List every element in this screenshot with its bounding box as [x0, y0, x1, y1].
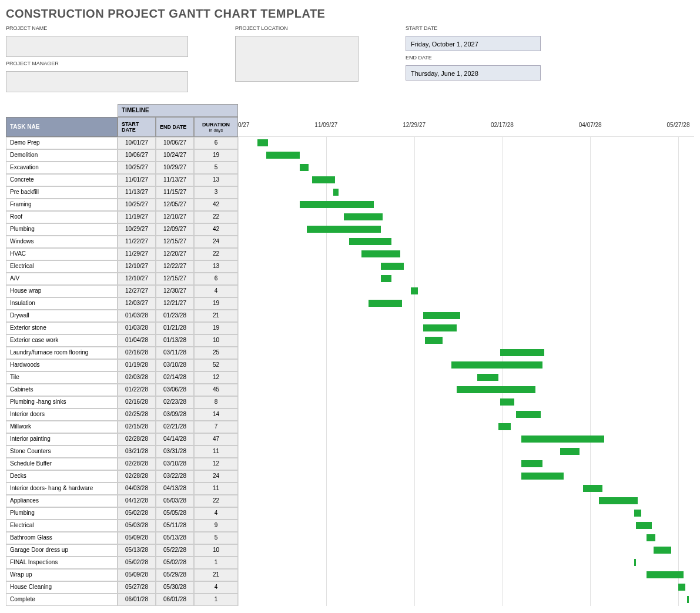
task-duration-cell: 21 — [194, 569, 238, 581]
gantt-bar — [300, 164, 309, 171]
task-start-cell: 11/22/27 — [118, 236, 156, 248]
bar-row — [238, 260, 694, 273]
task-duration-cell: 22 — [194, 495, 238, 507]
start-date-input[interactable]: Friday, October 1, 2027 — [406, 36, 541, 51]
task-duration-cell: 10 — [194, 334, 238, 347]
table-row: Garage Door dress up05/13/2805/22/2810 — [6, 544, 238, 557]
col-end-date: END DATE — [156, 117, 194, 137]
table-row: Concrete11/01/2711/13/2713 — [6, 174, 238, 186]
task-start-cell: 04/03/28 — [118, 483, 156, 495]
col-duration-sub: in days — [198, 128, 234, 133]
bar-row — [238, 273, 694, 285]
gantt-bar — [411, 287, 418, 294]
task-duration-cell: 19 — [194, 322, 238, 334]
table-row: Tile02/03/2802/14/2812 — [6, 371, 238, 384]
bar-row — [238, 334, 694, 347]
project-location-input[interactable] — [235, 36, 359, 82]
gantt-container: TIMELINE TASK NAE START DATE END DATE DU… — [6, 104, 694, 606]
end-date-input[interactable]: Thursday, June 1, 2028 — [406, 65, 541, 81]
task-end-cell: 05/02/28 — [156, 557, 194, 569]
gantt-bar — [369, 300, 402, 307]
bar-row — [238, 248, 694, 260]
task-duration-cell: 11 — [194, 483, 238, 495]
project-name-input[interactable] — [6, 36, 188, 57]
task-end-cell: 03/06/28 — [156, 384, 194, 396]
table-row: Wrap up05/09/2805/29/2821 — [6, 569, 238, 581]
end-date-label: END DATE — [406, 55, 541, 61]
gantt-bar — [516, 411, 541, 418]
task-start-cell: 10/06/27 — [118, 149, 156, 162]
task-duration-cell: 13 — [194, 260, 238, 273]
task-name-cell: Plumbing -hang sinks — [6, 396, 118, 408]
table-row: Electrical05/03/2805/11/289 — [6, 520, 238, 532]
table-row: Drywall01/03/2801/23/2821 — [6, 310, 238, 322]
table-row: Insulation12/03/2712/21/2719 — [6, 297, 238, 310]
task-end-cell: 05/11/28 — [156, 520, 194, 532]
bar-row — [238, 470, 694, 483]
task-name-cell: Complete — [6, 594, 118, 606]
gantt-bar — [687, 596, 689, 603]
gantt-bar — [560, 448, 580, 455]
gantt-bar — [300, 201, 374, 208]
gantt-bar — [636, 522, 652, 529]
task-start-cell: 05/27/28 — [118, 581, 156, 594]
task-start-cell: 02/28/28 — [118, 458, 156, 470]
task-end-cell: 10/24/27 — [156, 149, 194, 162]
table-row: Decks02/28/2803/22/2824 — [6, 470, 238, 483]
task-name-cell: Interior painting — [6, 433, 118, 445]
task-end-cell: 11/13/27 — [156, 174, 194, 186]
task-end-cell: 03/10/28 — [156, 458, 194, 470]
bar-row — [238, 581, 694, 594]
task-name-cell: Roof — [6, 211, 118, 223]
table-row: Pre backfill11/13/2711/15/273 — [6, 186, 238, 199]
bar-row — [238, 557, 694, 569]
timeline-axis: 09/20/2711/09/2712/29/2702/17/2804/07/28… — [238, 104, 694, 137]
task-start-cell: 11/29/27 — [118, 248, 156, 260]
task-duration-cell: 21 — [194, 310, 238, 322]
bar-row — [238, 137, 694, 149]
project-manager-input[interactable] — [6, 71, 188, 92]
gantt-bar — [307, 226, 381, 233]
table-row: Hardwoods01/19/2803/10/2852 — [6, 359, 238, 371]
task-name-cell: Cabinets — [6, 384, 118, 396]
task-end-cell: 12/09/27 — [156, 223, 194, 236]
task-name-cell: Plumbing — [6, 507, 118, 520]
bar-row — [238, 322, 694, 334]
bar-row — [238, 458, 694, 470]
bar-row — [238, 174, 694, 186]
timeline-header: TIMELINE — [118, 104, 238, 117]
axis-tick: 05/27/28 — [667, 122, 690, 128]
task-duration-cell: 42 — [194, 223, 238, 236]
bar-row — [238, 433, 694, 445]
task-duration-cell: 1 — [194, 557, 238, 569]
bar-row — [238, 408, 694, 421]
task-name-cell: Concrete — [6, 174, 118, 186]
task-name-cell: Schedule Buffer — [6, 458, 118, 470]
gantt-bar — [583, 485, 602, 492]
task-name-cell: House Cleaning — [6, 581, 118, 594]
task-start-cell: 01/03/28 — [118, 310, 156, 322]
task-end-cell: 12/20/27 — [156, 248, 194, 260]
task-name-cell: Interior doors- hang & hardware — [6, 483, 118, 495]
task-end-cell: 10/06/27 — [156, 137, 194, 149]
axis-tick: 04/07/28 — [579, 122, 602, 128]
table-row: Bathroom Glass05/09/2805/13/285 — [6, 532, 238, 544]
bar-row — [238, 495, 694, 507]
task-name-cell: Electrical — [6, 260, 118, 273]
task-duration-cell: 19 — [194, 149, 238, 162]
task-end-cell: 05/30/28 — [156, 581, 194, 594]
task-end-cell: 03/22/28 — [156, 470, 194, 483]
task-end-cell: 12/21/27 — [156, 297, 194, 310]
task-start-cell: 10/01/27 — [118, 137, 156, 149]
task-duration-cell: 45 — [194, 384, 238, 396]
task-end-cell: 01/13/28 — [156, 334, 194, 347]
gantt-bar — [257, 139, 268, 146]
gantt-bar — [647, 571, 684, 578]
task-duration-cell: 4 — [194, 507, 238, 520]
bar-row — [238, 396, 694, 408]
task-end-cell: 03/09/28 — [156, 408, 194, 421]
task-duration-cell: 25 — [194, 347, 238, 359]
task-name-cell: Framing — [6, 199, 118, 211]
task-name-cell: Demolition — [6, 149, 118, 162]
task-name-cell: Wrap up — [6, 569, 118, 581]
